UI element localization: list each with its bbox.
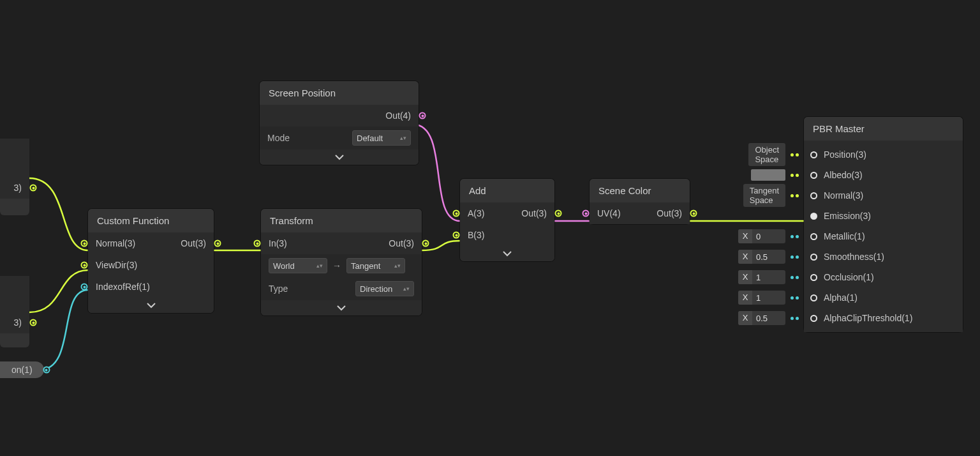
pbr-input-row: X1Occlusion(1) (804, 267, 963, 287)
mode-dropdown[interactable]: Default▴▾ (352, 130, 411, 146)
pbr-input-row: X1Alpha(1) (804, 287, 963, 308)
input-port-b[interactable] (453, 232, 460, 239)
port-label: Position(3) (824, 149, 866, 160)
input-port[interactable] (810, 254, 817, 261)
input-port[interactable] (810, 294, 817, 301)
node-pbr-master[interactable]: PBR Master Object SpacePosition(3)Albedo… (804, 117, 963, 332)
expand-button[interactable] (261, 300, 422, 315)
port-label: Out(3) (649, 208, 690, 218)
port-label: Out(3) (514, 208, 554, 218)
node-title: Scene Color (590, 179, 690, 202)
port-label: In(3) (261, 238, 295, 248)
output-port-label: 3) (6, 317, 29, 328)
space-chip[interactable]: Tangent Space (743, 188, 799, 203)
pbr-input-row: X0.5AlphaClipThreshold(1) (804, 308, 963, 328)
port-label: Normal(3) (88, 238, 143, 248)
shader-graph-canvas[interactable]: 3) 3) on(1) Custom Function Normal(3) Vi… (0, 0, 980, 456)
port-label: Smoothness(1) (824, 252, 884, 262)
input-port[interactable] (810, 151, 817, 158)
type-dropdown[interactable]: Direction▴▾ (355, 281, 414, 296)
node-title: Add (460, 179, 554, 202)
port-label: UV(4) (590, 208, 628, 218)
pbr-input-row: Albedo(3) (804, 165, 963, 185)
control-label: Type (269, 284, 288, 294)
output-port[interactable] (422, 240, 429, 247)
port-label: ViewDir(3) (88, 260, 145, 270)
output-port-label: on(1) (11, 365, 33, 375)
node-add[interactable]: Add A(3) B(3) Out(3) (460, 179, 554, 261)
input-port[interactable] (810, 213, 817, 220)
space-chip[interactable]: Object Space (748, 147, 799, 162)
output-port[interactable] (419, 112, 426, 119)
scalar-field[interactable]: X1 (738, 290, 799, 305)
node-transform[interactable]: Transform In(3) Out(3) World▴▾ → Tangen (261, 209, 422, 315)
pbr-input-row: Object SpacePosition(3) (804, 144, 963, 165)
input-port[interactable] (810, 233, 817, 240)
pbr-input-row: X0.5Smoothness(1) (804, 247, 963, 267)
node-title: Transform (261, 209, 422, 232)
expand-button[interactable] (460, 246, 554, 261)
node-title: Custom Function (88, 209, 214, 232)
output-port[interactable] (30, 185, 37, 192)
port-label: Occlusion(1) (824, 272, 874, 282)
output-port[interactable] (690, 210, 697, 217)
input-port-viewdir[interactable] (81, 262, 88, 269)
arrow-icon: → (332, 261, 341, 271)
input-port[interactable] (810, 172, 817, 179)
control-label: Mode (267, 133, 290, 143)
input-port-normal[interactable] (81, 240, 88, 247)
color-swatch[interactable] (751, 167, 799, 183)
scalar-field[interactable]: X0.5 (738, 310, 799, 326)
input-port[interactable] (810, 274, 817, 281)
port-label: Out(4) (378, 110, 419, 121)
input-port[interactable] (810, 192, 817, 199)
port-label: Metallic(1) (824, 231, 865, 241)
input-port[interactable] (810, 315, 817, 322)
to-space-dropdown[interactable]: Tangent▴▾ (346, 258, 405, 273)
node-fragment-mid[interactable]: 3) (0, 276, 29, 347)
pbr-input-row: Tangent SpaceNormal(3) (804, 185, 963, 206)
scalar-field[interactable]: X0.5 (738, 249, 799, 264)
port-label: AlphaClipThreshold(1) (824, 313, 912, 323)
port-label: IndexofRef(1) (88, 282, 158, 292)
node-fragment-pill[interactable]: on(1) (0, 361, 44, 378)
input-port-ior[interactable] (81, 284, 88, 291)
pbr-input-row: Emission(3) (804, 206, 963, 226)
node-custom-function[interactable]: Custom Function Normal(3) ViewDir(3) Ind… (88, 209, 214, 313)
node-title: Screen Position (260, 81, 419, 105)
input-port-a[interactable] (453, 210, 460, 217)
output-port[interactable] (30, 319, 37, 326)
expand-button[interactable] (88, 298, 214, 313)
input-port-uv[interactable] (583, 210, 590, 217)
output-port[interactable] (43, 367, 50, 374)
port-label: Albedo(3) (824, 170, 863, 180)
expand-button[interactable] (260, 149, 419, 165)
port-label: B(3) (460, 230, 492, 240)
node-scene-color[interactable]: Scene Color UV(4) Out(3) (590, 179, 690, 224)
scalar-field[interactable]: X1 (738, 270, 799, 285)
port-label: Normal(3) (824, 190, 863, 201)
output-port[interactable] (555, 210, 562, 217)
output-port-label: 3) (6, 183, 29, 193)
output-port[interactable] (214, 240, 221, 247)
port-label: Out(3) (381, 238, 422, 248)
node-screen-position[interactable]: Screen Position Out(4) Mode Default▴▾ (260, 81, 419, 165)
port-label: Alpha(1) (824, 293, 858, 303)
port-label: Out(3) (173, 238, 214, 248)
node-title: PBR Master (804, 117, 963, 141)
scalar-field[interactable]: X0 (738, 229, 799, 244)
node-fragment-top[interactable]: 3) (0, 139, 29, 215)
port-label: Emission(3) (824, 211, 871, 221)
pbr-input-row: X0Metallic(1) (804, 226, 963, 247)
input-port[interactable] (254, 240, 261, 247)
port-label: A(3) (460, 208, 492, 218)
from-space-dropdown[interactable]: World▴▾ (269, 258, 327, 273)
